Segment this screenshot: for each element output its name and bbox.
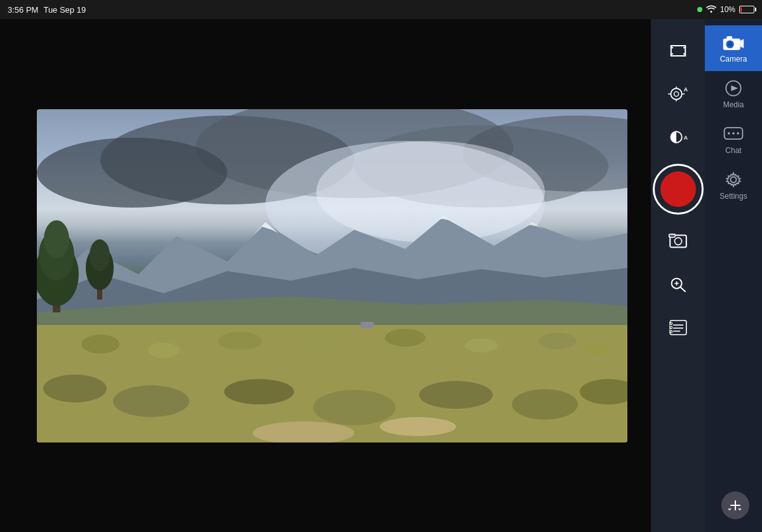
battery-percentage: 10% xyxy=(720,5,735,14)
svg-point-31 xyxy=(224,379,294,404)
status-right: 10% xyxy=(697,5,754,15)
controls-panel: A A xyxy=(651,19,705,532)
svg-point-25 xyxy=(385,329,425,347)
svg-point-56 xyxy=(674,237,681,244)
record-button-inner xyxy=(660,171,696,207)
svg-text:A: A xyxy=(683,86,688,93)
svg-point-29 xyxy=(43,375,107,402)
chat-label: Chat xyxy=(725,146,741,155)
svg-point-44 xyxy=(671,88,681,99)
svg-point-79 xyxy=(728,132,730,135)
svg-point-22 xyxy=(148,343,180,358)
battery-icon xyxy=(739,6,754,13)
right-sidebar: Camera Media Chat xyxy=(705,19,762,532)
settings-label: Settings xyxy=(719,192,747,201)
screenshot-button[interactable] xyxy=(659,222,697,260)
svg-point-24 xyxy=(305,340,340,355)
camera-label: Camera xyxy=(720,55,747,63)
sidebar-item-chat[interactable]: Chat xyxy=(705,117,762,163)
svg-rect-39 xyxy=(671,46,685,56)
svg-rect-38 xyxy=(361,322,373,328)
svg-point-19 xyxy=(90,239,110,271)
status-date: Tue Sep 19 xyxy=(43,5,86,15)
svg-point-80 xyxy=(732,132,735,135)
svg-point-33 xyxy=(419,381,493,409)
svg-rect-74 xyxy=(726,36,732,39)
wifi-icon xyxy=(706,5,716,15)
status-time: 3:56 PM xyxy=(8,5,38,15)
svg-point-6 xyxy=(316,141,545,243)
svg-point-23 xyxy=(218,332,262,350)
svg-point-37 xyxy=(380,417,456,436)
svg-point-73 xyxy=(728,42,732,46)
svg-point-3 xyxy=(37,138,227,208)
svg-line-60 xyxy=(680,287,685,291)
svg-point-34 xyxy=(512,389,578,420)
svg-marker-75 xyxy=(740,39,744,48)
record-button[interactable] xyxy=(653,164,704,215)
svg-point-81 xyxy=(737,132,739,135)
svg-point-26 xyxy=(465,338,498,352)
frame-button[interactable] xyxy=(659,32,697,70)
status-bar: 3:56 PM Tue Sep 19 10% xyxy=(0,0,762,19)
svg-point-32 xyxy=(313,390,396,425)
sidebar-item-media[interactable]: Media xyxy=(705,71,762,117)
svg-text:A: A xyxy=(683,135,688,141)
media-label: Media xyxy=(723,100,744,109)
auto-focus-button[interactable]: A xyxy=(659,75,697,113)
sidebar-item-settings[interactable]: Settings xyxy=(705,163,762,208)
svg-point-16 xyxy=(44,220,69,258)
svg-point-27 xyxy=(538,333,577,349)
main-container: A A xyxy=(0,19,762,532)
queue-button[interactable] xyxy=(659,309,697,347)
svg-marker-77 xyxy=(731,86,738,91)
camera-preview xyxy=(37,109,627,442)
svg-point-30 xyxy=(113,385,189,417)
collapse-button[interactable] xyxy=(721,491,749,519)
sidebar-item-camera[interactable]: Camera xyxy=(705,25,762,71)
camera-area xyxy=(0,19,651,532)
exposure-button[interactable]: A xyxy=(659,118,697,156)
wifi-dot-icon xyxy=(697,7,702,12)
svg-point-82 xyxy=(731,177,737,183)
svg-point-28 xyxy=(582,343,610,356)
collapse-icon xyxy=(728,498,742,512)
scene-svg xyxy=(37,109,627,442)
zoom-button[interactable] xyxy=(659,265,697,303)
svg-point-45 xyxy=(674,91,678,96)
svg-point-21 xyxy=(81,335,119,354)
